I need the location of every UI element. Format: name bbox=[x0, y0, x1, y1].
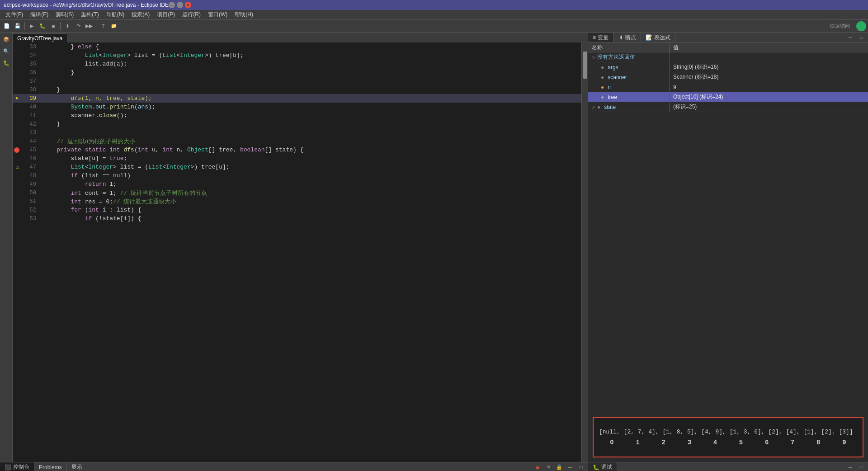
toolbar-step-into[interactable]: ⬇ bbox=[62, 21, 72, 31]
toolbar-open-resource[interactable]: 📁 bbox=[109, 21, 119, 31]
line-content-34: List<Integer> list = (List<Integer>) tre… bbox=[41, 52, 581, 59]
var-value-n: 9 bbox=[670, 83, 868, 92]
array-content: [null, [2, 7, 4], [1, 8, 5], [4, 9], [1,… bbox=[599, 429, 857, 435]
sidebar-package-explorer[interactable]: 📦 bbox=[1, 34, 11, 44]
console-tab-display[interactable]: 显示 bbox=[67, 462, 87, 471]
console-stop-btn[interactable]: ■ bbox=[533, 462, 542, 471]
line-num-42: 42 bbox=[23, 121, 41, 127]
var-row-scanner[interactable]: ● scanner Scanner (标识=18) bbox=[588, 72, 868, 82]
menu-edit[interactable]: 编辑(E) bbox=[27, 10, 52, 19]
code-line-39[interactable]: ➤ 39 dfs(1, n, tree, state); bbox=[13, 94, 581, 103]
code-line-49[interactable]: 49 return 1; bbox=[13, 180, 581, 188]
toolbar-debug[interactable]: 🐛 bbox=[38, 21, 47, 31]
line-content-36: } bbox=[41, 69, 581, 76]
array-visualization: [null, [2, 7, 4], [1, 8, 5], [4, 9], [1,… bbox=[593, 417, 863, 457]
toolbar-separator-3 bbox=[96, 22, 96, 30]
line-content-48: if (list == null) bbox=[41, 172, 581, 179]
code-line-41[interactable]: 41 scanner.close(); bbox=[13, 111, 581, 120]
code-line-38[interactable]: 38 } bbox=[13, 85, 581, 94]
var-row-no-return[interactable]: ▷ 没有方法返回值 bbox=[588, 52, 868, 62]
menu-run[interactable]: 运行(R) bbox=[179, 10, 204, 19]
editor-scrollbar[interactable] bbox=[581, 42, 588, 462]
code-line-45[interactable]: 45 private static int dfs(int u, int n, … bbox=[13, 146, 581, 154]
var-row-tree[interactable]: ● tree Object[10] (标识=24) bbox=[588, 92, 868, 102]
code-line-34[interactable]: 34 List<Integer> list = (List<Integer>) … bbox=[13, 51, 581, 60]
editor-tab-gravity[interactable]: GravityOfTree.java bbox=[13, 33, 67, 42]
console-tab-console[interactable]: ⬛ 控制台 bbox=[0, 462, 34, 471]
console-clear-btn[interactable]: ✕ bbox=[543, 462, 553, 471]
debug-tab-breakpoints[interactable]: ⏸ 断点 bbox=[613, 33, 641, 42]
line-num-38: 38 bbox=[23, 87, 41, 93]
var-row-state[interactable]: ▷ ● state (标识=25) bbox=[588, 102, 868, 112]
menu-help[interactable]: 帮助(H) bbox=[231, 10, 257, 19]
console-minimize[interactable]: ─ bbox=[565, 462, 575, 471]
code-line-46[interactable]: 46 state[u] = true; bbox=[13, 154, 581, 163]
toolbar-stop[interactable]: ■ bbox=[48, 21, 58, 31]
code-line-48[interactable]: 48 if (list == null) bbox=[13, 171, 581, 180]
maximize-button[interactable]: □ bbox=[177, 2, 183, 8]
console-scroll-lock-btn[interactable]: 🔒 bbox=[554, 462, 564, 471]
menu-window[interactable]: 窗口(W) bbox=[204, 10, 231, 19]
code-line-44[interactable]: 44 // 返回以u为根的子树的大小 bbox=[13, 137, 581, 146]
line-content-33: } else { bbox=[41, 43, 581, 50]
console-maximize[interactable]: □ bbox=[576, 462, 586, 471]
array-index-7: 7 bbox=[780, 439, 806, 446]
line-content-52: for (int i : list) { bbox=[41, 207, 581, 213]
console-tab-problems[interactable]: Problems bbox=[34, 462, 67, 471]
var-row-n[interactable]: ● n 9 bbox=[588, 82, 868, 92]
toolbar-run[interactable]: ▶ bbox=[27, 21, 37, 31]
menu-refactor[interactable]: 重构(T) bbox=[77, 10, 102, 19]
toolbar-step-over[interactable]: ↷ bbox=[73, 21, 83, 31]
debug-tab-variables[interactable]: ≡ 变量 bbox=[588, 33, 613, 42]
debug-tab-variables-label: 变量 bbox=[598, 34, 609, 42]
code-line-36[interactable]: 36 } bbox=[13, 68, 581, 77]
line-num-35: 35 bbox=[23, 61, 41, 67]
editor-tab-label: GravityOfTree.java bbox=[17, 35, 62, 42]
menu-project[interactable]: 项目(P) bbox=[153, 10, 179, 19]
menu-file[interactable]: 文件(F) bbox=[2, 10, 27, 19]
breakpoint-marker-45[interactable] bbox=[14, 147, 19, 153]
editor-scrollbar-thumb[interactable] bbox=[583, 52, 587, 79]
quick-access[interactable]: 快速访问 bbox=[826, 23, 854, 29]
code-line-47[interactable]: ⚠ 47 List<Integer> list = (List<Integer>… bbox=[13, 163, 581, 171]
titlebar-title: eclipse-workspace - AcWing/src/dfs/Gravi… bbox=[4, 2, 169, 8]
code-line-51[interactable]: 51 int res = 0;// 统计最大连通块大小 bbox=[13, 197, 581, 206]
line-content-47: List<Integer> list = (List<Integer>) tre… bbox=[41, 164, 581, 170]
code-line-50[interactable]: 50 int cont = 1; // 统计当前节点子树所有的节点 bbox=[13, 188, 581, 197]
debug-panel-btn-minimize[interactable]: ─ bbox=[845, 462, 855, 471]
minimize-button[interactable]: ─ bbox=[169, 2, 175, 8]
debug-panel-maximize[interactable]: □ bbox=[856, 32, 866, 42]
code-line-53[interactable]: 53 if (!state[i]) { bbox=[13, 214, 581, 223]
menu-search[interactable]: 搜索(A) bbox=[128, 10, 153, 19]
expand-no-return: ▷ bbox=[592, 55, 595, 60]
toolbar-new[interactable]: 📄 bbox=[2, 21, 12, 31]
code-line-35[interactable]: 35 list.add(a); bbox=[13, 60, 581, 68]
line-content-50: int cont = 1; // 统计当前节点子树所有的节点 bbox=[41, 189, 581, 197]
console-tabs: ⬛ 控制台 Problems 显示 ■ ✕ 🔒 ─ □ bbox=[0, 462, 588, 471]
debug-tab-expressions[interactable]: 📝 表达式 bbox=[641, 33, 675, 42]
close-button[interactable]: ✕ bbox=[185, 2, 191, 8]
var-name-state: ▷ ● state bbox=[588, 103, 670, 112]
debug-panel-tab-debug[interactable]: 🐛 调试 bbox=[588, 462, 617, 471]
var-row-args[interactable]: ● args String[0] (标识=16) bbox=[588, 62, 868, 72]
toolbar-save[interactable]: 💾 bbox=[13, 21, 23, 31]
bottom-area: ⬛ 控制台 Problems 显示 ■ ✕ 🔒 ─ □ GravityOfTre… bbox=[0, 462, 868, 471]
line-num-45: 45 bbox=[23, 147, 41, 153]
sidebar-search[interactable]: 🔍 bbox=[1, 46, 11, 56]
code-line-40[interactable]: 40 System.out.println(ans); bbox=[13, 103, 581, 111]
main-layout: 📦 🔍 🐛 GravityOfTree.java 33 } else { bbox=[0, 33, 868, 462]
debug-panel-minimize[interactable]: ─ bbox=[845, 32, 855, 42]
code-line-42[interactable]: 42 } bbox=[13, 120, 581, 128]
toolbar-open-type[interactable]: T bbox=[98, 21, 108, 31]
sidebar-debug[interactable]: 🐛 bbox=[1, 58, 11, 68]
code-line-43[interactable]: 43 bbox=[13, 128, 581, 137]
menu-source[interactable]: 源码(S) bbox=[52, 10, 77, 19]
code-line-37[interactable]: 37 bbox=[13, 77, 581, 85]
debug-panel-btn-maximize[interactable]: □ bbox=[856, 462, 866, 471]
menu-navigate[interactable]: 导航(N) bbox=[103, 10, 128, 19]
var-header-value: 值 bbox=[670, 42, 868, 52]
code-line-52[interactable]: 52 for (int i : list) { bbox=[13, 206, 581, 214]
code-line-33[interactable]: 33 } else { bbox=[13, 42, 581, 51]
toolbar-resume[interactable]: ▶▶ bbox=[84, 21, 94, 31]
console-tab-label: 控制台 bbox=[13, 463, 29, 471]
